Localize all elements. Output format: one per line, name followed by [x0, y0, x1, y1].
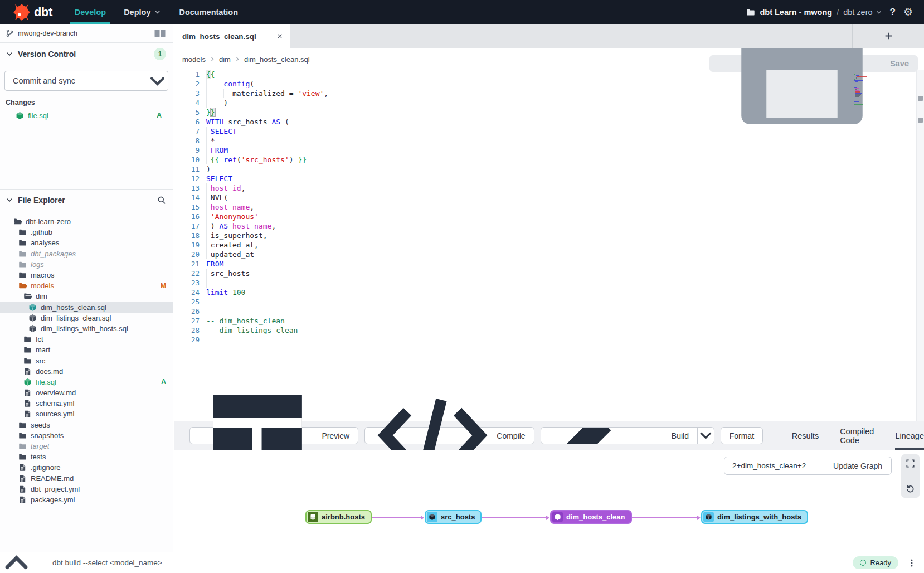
tree-item-analyses[interactable]: analyses [0, 237, 173, 248]
code-line-text: -- dim_listings_clean [206, 326, 298, 335]
lineage-node-src-hosts[interactable]: src_hosts [425, 510, 482, 524]
lineage-graph[interactable]: airbnb.hostssrc_hostsdim_hosts_cleandim_… [174, 450, 924, 552]
line-number: 27 [174, 316, 200, 326]
compile-button[interactable]: Compile [364, 427, 534, 444]
line-number: 29 [174, 335, 200, 344]
minimap[interactable] [854, 74, 873, 108]
tree-item-snapshots[interactable]: snapshots [0, 430, 173, 441]
code-line-5: 5}} [174, 108, 916, 117]
commit-and-sync-button[interactable]: Commit and sync [4, 71, 168, 91]
tree-item-tests[interactable]: tests [0, 451, 173, 462]
code-line-text: SELECT [206, 174, 232, 183]
tree-item-models[interactable]: modelsM [0, 280, 173, 291]
format-button[interactable]: Format [721, 427, 763, 444]
commit-options-caret[interactable] [147, 71, 168, 90]
tree-item-dim-hosts-clean-sql[interactable]: dim_hosts_clean.sql [0, 302, 173, 313]
scrollbar-mark [918, 96, 923, 101]
tree-item-seeds[interactable]: seeds [0, 420, 173, 430]
breadcrumb-file[interactable]: dim_hosts_clean.sql [244, 55, 310, 64]
build-options-caret[interactable] [697, 428, 714, 444]
tree-item--gitignore[interactable]: .gitignore [0, 462, 173, 473]
folder-icon [18, 442, 27, 450]
tree-item-dim-listings-clean-sql[interactable]: dim_listings_clean.sql [0, 313, 173, 323]
search-icon[interactable] [157, 196, 166, 205]
editor-tab[interactable]: dim_hosts_clean.sql [174, 24, 290, 48]
tree-item-dim-listings-with-hosts-sql[interactable]: dim_listings_with_hosts.sql [0, 323, 173, 334]
changes-label: Changes [6, 99, 168, 106]
tree-item-fct[interactable]: fct [0, 334, 173, 344]
line-number: 7 [174, 127, 200, 136]
breadcrumb-models[interactable]: models [182, 55, 206, 64]
code-line-20: 20 updated_at [174, 250, 916, 259]
tree-item-macros[interactable]: macros [0, 270, 173, 280]
code-line-18: 18 is_superhost, [174, 231, 916, 240]
close-icon[interactable] [276, 33, 283, 40]
model-icon [28, 314, 37, 322]
code-line-7: 7 SELECT [174, 127, 916, 136]
branch-row[interactable]: mwong-dev-branch [0, 24, 173, 43]
code-line-text: * [206, 136, 215, 145]
new-tab-area [852, 24, 924, 48]
code-editor[interactable]: 1{{2 config(3 materialized = 'view',4 )5… [174, 70, 916, 421]
gear-icon[interactable]: ⚙ [903, 7, 913, 17]
help-icon[interactable]: ? [890, 7, 896, 18]
tree-item-docs-md[interactable]: docs.md [0, 366, 173, 377]
folder-open-icon [18, 281, 27, 290]
environment-picker[interactable]: dbt zero [843, 8, 882, 17]
code-line-24: 24limit 100 [174, 288, 916, 297]
code-line-text: limit 100 [206, 288, 245, 297]
tree-item-file-sql[interactable]: file.sqlA [0, 377, 173, 387]
line-number: 21 [174, 259, 200, 269]
tree-item-dbt-learn-zero[interactable]: dbt-learn-zero [0, 216, 173, 227]
tree-item-src[interactable]: src [0, 355, 173, 366]
line-number: 12 [174, 174, 200, 183]
nav-item-develop[interactable]: Develop [67, 0, 114, 24]
line-number: 1 [174, 70, 200, 79]
changed-file-row[interactable]: file.sql A [4, 110, 168, 121]
docs-book-icon[interactable] [154, 29, 166, 38]
top-nav-right: dbt Learn - mwong / dbt zero ? ⚙ [746, 0, 924, 24]
kebab-menu-icon[interactable] [907, 559, 916, 567]
code-line-text: materialized = 'view', [206, 89, 328, 98]
tab-results[interactable]: Results [792, 421, 819, 450]
tree-item--github[interactable]: .github [0, 227, 173, 237]
nav-item-documentation[interactable]: Documentation [171, 0, 246, 24]
tree-item-dim[interactable]: dim [0, 291, 173, 302]
dbt-logo[interactable]: dbt [0, 0, 67, 24]
editor-scrollbar[interactable] [916, 70, 924, 421]
nav-item-deploy[interactable]: Deploy [116, 0, 169, 24]
tab-lineage[interactable]: Lineage [895, 421, 924, 450]
tree-item-mart[interactable]: mart [0, 344, 173, 355]
tree-item-logs[interactable]: logs [0, 259, 173, 270]
tree-item-dbt-project-yml[interactable]: dbt_project.yml [0, 484, 173, 494]
tree-item-dbt-packages[interactable]: dbt_packages [0, 249, 173, 259]
command-input[interactable]: dbt build --select <model_name> [33, 559, 853, 567]
lineage-node-airbnb-hosts[interactable]: airbnb.hosts [305, 510, 372, 524]
build-button[interactable]: Build [541, 428, 697, 444]
line-number: 14 [174, 193, 200, 202]
tree-item-packages-yml[interactable]: packages.yml [0, 494, 173, 505]
tree-item-readme-md[interactable]: README.md [0, 473, 173, 484]
tree-item-overview-md[interactable]: overview.md [0, 387, 173, 398]
tree-item-target[interactable]: target [0, 441, 173, 451]
tree-item-sources-yml[interactable]: sources.yml [0, 409, 173, 419]
tree-item-schema-yml[interactable]: schema.yml [0, 398, 173, 409]
project-picker[interactable]: dbt Learn - mwong / dbt zero [746, 8, 882, 17]
version-control-body: Commit and sync Changes file.sql A [0, 65, 173, 189]
file-explorer-header[interactable]: File Explorer [0, 189, 173, 211]
code-line-text: is_superhost, [206, 231, 268, 240]
version-control-header[interactable]: Version Control 1 [0, 43, 173, 65]
line-number: 20 [174, 250, 200, 259]
plus-icon[interactable] [884, 31, 893, 41]
code-line-text: ) AS host_name, [206, 221, 276, 231]
editor[interactable]: models dim dim_hosts_clean.sql Save 1{{2… [174, 48, 924, 421]
breadcrumb-dim[interactable]: dim [219, 55, 231, 64]
chevron-right-icon [234, 56, 241, 62]
minimap-line [856, 77, 857, 79]
indent-guide [206, 278, 207, 288]
lineage-node-dim-listings-with-hosts[interactable]: dim_listings_with_hosts [701, 510, 808, 524]
tab-compiled-code[interactable]: Compiled Code [840, 421, 874, 450]
command-bar-toggle[interactable] [0, 552, 33, 573]
preview-button[interactable]: Preview [189, 427, 358, 444]
lineage-node-dim-hosts-clean[interactable]: dim_hosts_clean [550, 510, 632, 524]
